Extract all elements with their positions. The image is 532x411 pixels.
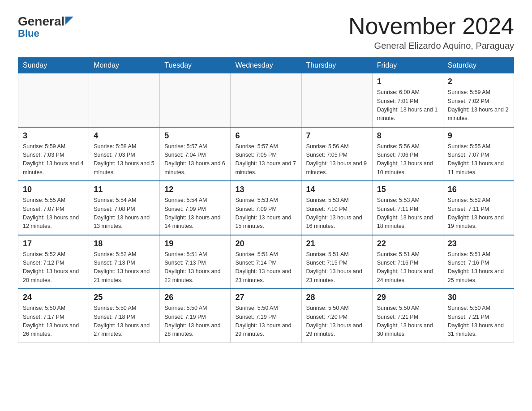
calendar-day-cell: 6Sunrise: 5:57 AM Sunset: 7:05 PM Daylig…: [231, 127, 301, 181]
day-number: 5: [164, 131, 226, 141]
calendar-day-cell: 29Sunrise: 5:50 AM Sunset: 7:21 PM Dayli…: [372, 289, 443, 342]
day-number: 11: [94, 185, 155, 194]
day-info: Sunrise: 5:53 AM Sunset: 7:09 PM Dayligh…: [235, 196, 296, 231]
day-info: Sunrise: 5:52 AM Sunset: 7:13 PM Dayligh…: [94, 250, 155, 285]
calendar-day-cell: 24Sunrise: 5:50 AM Sunset: 7:17 PM Dayli…: [18, 289, 89, 342]
calendar-day-cell: 26Sunrise: 5:50 AM Sunset: 7:19 PM Dayli…: [160, 289, 231, 342]
calendar-day-cell: 25Sunrise: 5:50 AM Sunset: 7:18 PM Dayli…: [89, 289, 160, 342]
day-info: Sunrise: 5:58 AM Sunset: 7:03 PM Dayligh…: [94, 142, 155, 177]
day-number: 27: [235, 293, 296, 302]
location-title: General Elizardo Aquino, Paraguay: [348, 41, 514, 51]
calendar-day-cell: 10Sunrise: 5:55 AM Sunset: 7:07 PM Dayli…: [18, 181, 89, 235]
day-number: 29: [377, 293, 438, 302]
weekday-header-friday: Friday: [372, 58, 443, 73]
calendar-day-cell: 19Sunrise: 5:51 AM Sunset: 7:13 PM Dayli…: [160, 235, 231, 289]
calendar-day-cell: 13Sunrise: 5:53 AM Sunset: 7:09 PM Dayli…: [231, 181, 301, 235]
day-number: 17: [23, 239, 84, 248]
day-number: 8: [377, 131, 438, 141]
calendar-day-cell: 30Sunrise: 5:50 AM Sunset: 7:21 PM Dayli…: [443, 289, 514, 342]
calendar-week-row: 1Sunrise: 6:00 AM Sunset: 7:01 PM Daylig…: [18, 73, 514, 127]
calendar-day-cell: 18Sunrise: 5:52 AM Sunset: 7:13 PM Dayli…: [89, 235, 160, 289]
logo: General Blue: [18, 15, 73, 39]
weekday-header-thursday: Thursday: [301, 58, 372, 73]
calendar-day-cell: 16Sunrise: 5:52 AM Sunset: 7:11 PM Dayli…: [443, 181, 514, 235]
weekday-header-saturday: Saturday: [443, 58, 514, 73]
day-number: 23: [448, 239, 509, 248]
weekday-header-monday: Monday: [89, 58, 160, 73]
day-number: 19: [164, 239, 226, 248]
day-number: 15: [377, 185, 438, 194]
calendar-day-cell: 12Sunrise: 5:54 AM Sunset: 7:09 PM Dayli…: [160, 181, 231, 235]
calendar-day-cell: 28Sunrise: 5:50 AM Sunset: 7:20 PM Dayli…: [301, 289, 372, 342]
day-info: Sunrise: 5:52 AM Sunset: 7:11 PM Dayligh…: [448, 196, 509, 231]
day-info: Sunrise: 5:50 AM Sunset: 7:17 PM Dayligh…: [23, 304, 84, 339]
day-info: Sunrise: 5:57 AM Sunset: 7:05 PM Dayligh…: [235, 142, 296, 177]
day-info: Sunrise: 5:56 AM Sunset: 7:05 PM Dayligh…: [306, 142, 368, 177]
svg-marker-0: [65, 17, 73, 25]
day-info: Sunrise: 5:53 AM Sunset: 7:10 PM Dayligh…: [306, 196, 368, 231]
day-info: Sunrise: 5:50 AM Sunset: 7:21 PM Dayligh…: [448, 304, 509, 339]
day-info: Sunrise: 5:51 AM Sunset: 7:15 PM Dayligh…: [306, 250, 368, 285]
day-info: Sunrise: 5:51 AM Sunset: 7:16 PM Dayligh…: [377, 250, 438, 285]
day-info: Sunrise: 5:50 AM Sunset: 7:20 PM Dayligh…: [306, 304, 368, 339]
calendar-week-row: 10Sunrise: 5:55 AM Sunset: 7:07 PM Dayli…: [18, 181, 514, 235]
calendar-day-cell: 17Sunrise: 5:52 AM Sunset: 7:12 PM Dayli…: [18, 235, 89, 289]
calendar-day-cell: 2Sunrise: 5:59 AM Sunset: 7:02 PM Daylig…: [443, 73, 514, 127]
day-info: Sunrise: 5:53 AM Sunset: 7:11 PM Dayligh…: [377, 196, 438, 231]
page-header: General Blue November 2024 General Eliza…: [18, 13, 514, 51]
logo-blue-text: Blue: [18, 29, 39, 39]
day-info: Sunrise: 5:50 AM Sunset: 7:21 PM Dayligh…: [377, 304, 438, 339]
day-number: 1: [377, 77, 438, 86]
calendar-day-cell: 1Sunrise: 6:00 AM Sunset: 7:01 PM Daylig…: [372, 73, 443, 127]
calendar-day-cell: 20Sunrise: 5:51 AM Sunset: 7:14 PM Dayli…: [231, 235, 301, 289]
calendar-day-cell: 8Sunrise: 5:56 AM Sunset: 7:06 PM Daylig…: [372, 127, 443, 181]
calendar-day-cell: 7Sunrise: 5:56 AM Sunset: 7:05 PM Daylig…: [301, 127, 372, 181]
day-info: Sunrise: 5:52 AM Sunset: 7:12 PM Dayligh…: [23, 250, 84, 285]
logo-arrow-icon: [65, 17, 73, 25]
calendar-week-row: 3Sunrise: 5:59 AM Sunset: 7:03 PM Daylig…: [18, 127, 514, 181]
calendar-day-cell: 3Sunrise: 5:59 AM Sunset: 7:03 PM Daylig…: [18, 127, 89, 181]
logo-general-text: General: [18, 15, 64, 28]
calendar-week-row: 17Sunrise: 5:52 AM Sunset: 7:12 PM Dayli…: [18, 235, 514, 289]
day-info: Sunrise: 5:50 AM Sunset: 7:18 PM Dayligh…: [94, 304, 155, 339]
day-info: Sunrise: 5:50 AM Sunset: 7:19 PM Dayligh…: [164, 304, 226, 339]
calendar-day-cell: [160, 73, 231, 127]
calendar-day-cell: 21Sunrise: 5:51 AM Sunset: 7:15 PM Dayli…: [301, 235, 372, 289]
day-info: Sunrise: 5:54 AM Sunset: 7:09 PM Dayligh…: [164, 196, 226, 231]
calendar-day-cell: [231, 73, 301, 127]
day-number: 25: [94, 293, 155, 302]
day-info: Sunrise: 5:54 AM Sunset: 7:08 PM Dayligh…: [94, 196, 155, 231]
day-info: Sunrise: 5:55 AM Sunset: 7:07 PM Dayligh…: [448, 142, 509, 177]
weekday-header-wednesday: Wednesday: [231, 58, 301, 73]
day-info: Sunrise: 5:50 AM Sunset: 7:19 PM Dayligh…: [235, 304, 296, 339]
day-info: Sunrise: 5:59 AM Sunset: 7:02 PM Dayligh…: [448, 88, 509, 123]
day-info: Sunrise: 5:51 AM Sunset: 7:14 PM Dayligh…: [235, 250, 296, 285]
day-number: 28: [306, 293, 368, 302]
month-title: November 2024: [348, 13, 514, 39]
calendar-day-cell: [18, 73, 89, 127]
day-number: 22: [377, 239, 438, 248]
title-block: November 2024 General Elizardo Aquino, P…: [348, 13, 514, 51]
calendar-day-cell: [301, 73, 372, 127]
day-number: 10: [23, 185, 84, 194]
day-info: Sunrise: 5:51 AM Sunset: 7:16 PM Dayligh…: [448, 250, 509, 285]
calendar-day-cell: 23Sunrise: 5:51 AM Sunset: 7:16 PM Dayli…: [443, 235, 514, 289]
day-number: 14: [306, 185, 368, 194]
calendar-day-cell: [89, 73, 160, 127]
calendar-header-row: SundayMondayTuesdayWednesdayThursdayFrid…: [18, 58, 514, 73]
calendar-day-cell: 4Sunrise: 5:58 AM Sunset: 7:03 PM Daylig…: [89, 127, 160, 181]
day-info: Sunrise: 5:56 AM Sunset: 7:06 PM Dayligh…: [377, 142, 438, 177]
calendar-table: SundayMondayTuesdayWednesdayThursdayFrid…: [18, 57, 514, 343]
day-number: 18: [94, 239, 155, 248]
day-number: 26: [164, 293, 226, 302]
day-number: 30: [448, 293, 509, 302]
day-number: 13: [235, 185, 296, 194]
day-info: Sunrise: 5:51 AM Sunset: 7:13 PM Dayligh…: [164, 250, 226, 285]
calendar-day-cell: 27Sunrise: 5:50 AM Sunset: 7:19 PM Dayli…: [231, 289, 301, 342]
calendar-day-cell: 9Sunrise: 5:55 AM Sunset: 7:07 PM Daylig…: [443, 127, 514, 181]
day-info: Sunrise: 5:59 AM Sunset: 7:03 PM Dayligh…: [23, 142, 84, 177]
calendar-day-cell: 5Sunrise: 5:57 AM Sunset: 7:04 PM Daylig…: [160, 127, 231, 181]
day-number: 16: [448, 185, 509, 194]
day-number: 2: [448, 77, 509, 86]
day-info: Sunrise: 6:00 AM Sunset: 7:01 PM Dayligh…: [377, 88, 438, 123]
